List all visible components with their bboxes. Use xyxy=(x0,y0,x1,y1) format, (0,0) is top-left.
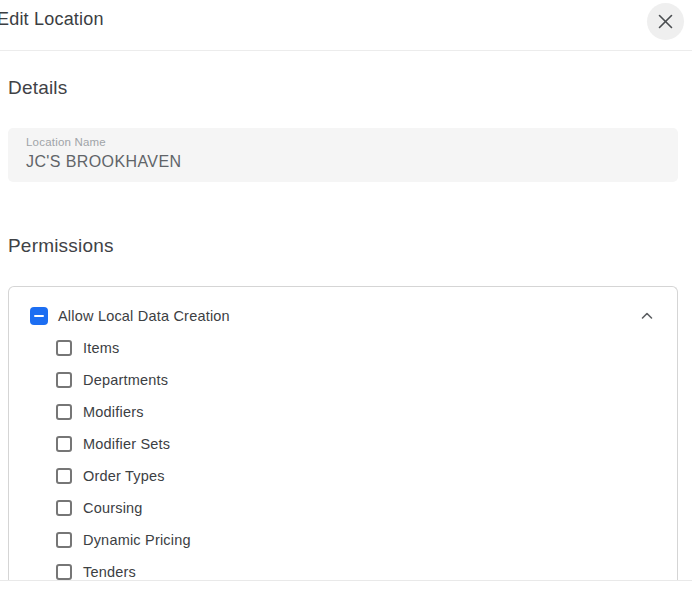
header-divider xyxy=(0,50,692,51)
permissions-parent-row[interactable]: Allow Local Data Creation xyxy=(9,301,677,331)
permission-child-row[interactable]: Departments xyxy=(9,364,677,396)
permissions-parent-label[interactable]: Allow Local Data Creation xyxy=(58,308,230,324)
permission-child-label[interactable]: Dynamic Pricing xyxy=(83,532,191,548)
unchecked-checkbox[interactable] xyxy=(56,404,72,420)
unchecked-checkbox[interactable] xyxy=(56,372,72,388)
permissions-section-heading: Permissions xyxy=(8,235,114,257)
permission-child-row[interactable]: Modifier Sets xyxy=(9,428,677,460)
close-icon xyxy=(657,13,674,30)
indeterminate-dash-icon xyxy=(34,315,44,317)
details-section-heading: Details xyxy=(8,77,67,99)
dialog-title: Edit Location xyxy=(0,9,104,30)
permissions-child-list: Items Departments Modifiers Modifier Set… xyxy=(9,332,677,580)
unchecked-checkbox[interactable] xyxy=(56,468,72,484)
permission-child-row[interactable]: Coursing xyxy=(9,492,677,524)
permission-child-label[interactable]: Order Types xyxy=(83,468,165,484)
unchecked-checkbox[interactable] xyxy=(56,340,72,356)
location-name-value[interactable]: JC'S BROOKHAVEN xyxy=(26,153,181,171)
content-clip-divider xyxy=(0,580,692,581)
permission-child-label[interactable]: Items xyxy=(83,340,119,356)
permission-child-row[interactable]: Order Types xyxy=(9,460,677,492)
chevron-up-icon[interactable] xyxy=(638,307,656,325)
close-button[interactable] xyxy=(647,3,684,40)
permission-child-label[interactable]: Coursing xyxy=(83,500,143,516)
unchecked-checkbox[interactable] xyxy=(56,532,72,548)
permission-child-label[interactable]: Departments xyxy=(83,372,168,388)
permission-child-label[interactable]: Tenders xyxy=(83,564,136,580)
location-name-field[interactable]: Location Name JC'S BROOKHAVEN xyxy=(8,128,678,182)
permission-child-row[interactable]: Items xyxy=(9,332,677,364)
location-name-label: Location Name xyxy=(26,136,106,148)
unchecked-checkbox[interactable] xyxy=(56,436,72,452)
indeterminate-checkbox[interactable] xyxy=(30,307,48,325)
permission-child-label[interactable]: Modifier Sets xyxy=(83,436,170,452)
unchecked-checkbox[interactable] xyxy=(56,500,72,516)
edit-location-dialog: Edit Location Details Location Name JC'S… xyxy=(0,0,692,606)
permission-child-label[interactable]: Modifiers xyxy=(83,404,144,420)
permission-child-row[interactable]: Dynamic Pricing xyxy=(9,524,677,556)
permissions-panel: Allow Local Data Creation Items Departme… xyxy=(8,286,678,580)
permission-child-row[interactable]: Modifiers xyxy=(9,396,677,428)
permission-child-row[interactable]: Tenders xyxy=(9,556,677,580)
unchecked-checkbox[interactable] xyxy=(56,564,72,580)
